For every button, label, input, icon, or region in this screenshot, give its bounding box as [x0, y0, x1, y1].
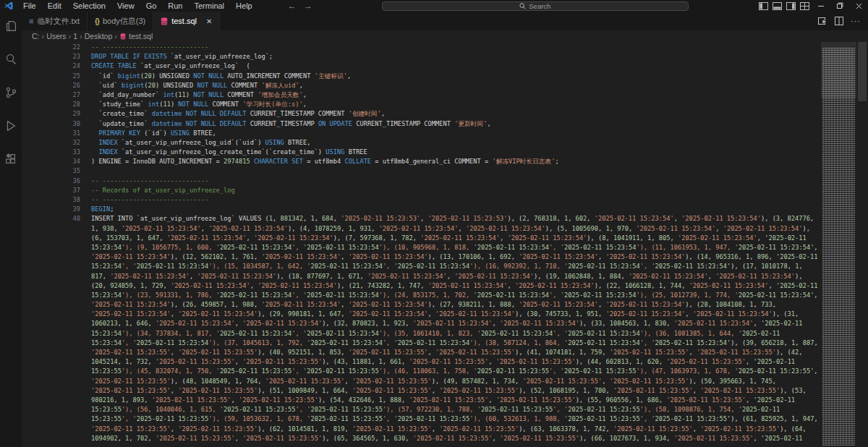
line-text: -- Records of at_user_vip_unfreeze_log: [91, 186, 821, 195]
line-number: [22, 434, 91, 443]
editor-pane[interactable]: 22-- ----------------------------23DROP …: [22, 42, 868, 447]
minimize-button[interactable]: [813, 1, 829, 12]
menu-edit[interactable]: Edit: [43, 0, 67, 12]
breadcrumb-separator: ›: [114, 32, 117, 41]
code-line: 15:23:55', '2025-02-11 15:23:55'), (59, …: [22, 414, 821, 424]
line-number: [22, 272, 91, 281]
breadcrumb-item-Desktop[interactable]: Desktop: [85, 32, 113, 41]
database-icon: [161, 17, 168, 25]
menu-terminal[interactable]: Terminal: [190, 0, 230, 12]
code-line: '2025-02-11 15:23:55', '2025-02-11 15:23…: [22, 348, 821, 357]
scrollbar-thumb[interactable]: [858, 42, 867, 101]
line-number: 25: [22, 72, 91, 81]
code-line: 35: [22, 166, 821, 176]
vscode-logo-icon: [4, 1, 14, 10]
code-line: 15:23:55'), (56, 1040046, 1, 615, '2025-…: [22, 405, 821, 414]
run-debug-icon[interactable]: [4, 119, 18, 133]
line-number: 31: [22, 129, 91, 138]
vertical-scrollbar[interactable]: [856, 42, 868, 447]
tab-body信息(3)[interactable]: {}body信息(3): [88, 12, 153, 30]
tab-bar: ≡临时文件.txt{}body信息(3)test.sql✕ ···: [22, 12, 868, 30]
code-line: 15:23:54'), (34, 737834, 1, 817, '2025-0…: [22, 329, 821, 339]
line-number: 40: [22, 214, 91, 224]
nav-back-icon[interactable]: ←: [288, 1, 297, 11]
menu-file[interactable]: File: [18, 0, 41, 12]
breadcrumb-item-1[interactable]: 1: [73, 32, 77, 41]
code-line: 1060213, 1, 646, '2025-02-11 15:23:54', …: [22, 319, 821, 328]
code-line: 1094902, 1, 702, '2025-02-11 15:23:55', …: [22, 434, 821, 443]
line-number: 34: [22, 157, 91, 166]
line-number: 32: [22, 138, 91, 148]
nav-forward-icon[interactable]: →: [304, 1, 312, 11]
line-text: '2025-02-11 15:23:54', '2025-02-11 15:23…: [91, 310, 821, 319]
line-text: 1, 938, '2025-02-11 15:23:54', '2025-02-…: [91, 224, 821, 234]
code-line: '2025-02-11 15:23:54', '2025-02-11 15:23…: [22, 310, 821, 319]
tab-临时文件.txt[interactable]: ≡临时文件.txt: [22, 12, 88, 30]
toggle-secondary-sidebar-icon[interactable]: [786, 1, 796, 11]
line-text: INSERT INTO `at_user_vip_unfreeze_log` V…: [91, 214, 821, 224]
line-text: '2025-02-11 15:23:55', '2025-02-11 15:23…: [91, 425, 821, 434]
code-line: 40INSERT INTO `at_user_vip_unfreeze_log`…: [22, 214, 821, 224]
line-text: 15:23:54'), (34, 737834, 1, 817, '2025-0…: [91, 329, 821, 339]
line-number: [22, 262, 91, 271]
minimap[interactable]: [821, 42, 856, 447]
minimap-slider[interactable]: [821, 42, 856, 98]
tab-label: test.sql: [171, 17, 197, 25]
breadcrumb-item-test.sql[interactable]: test.sql: [129, 32, 153, 41]
run-query-icon[interactable]: [818, 17, 827, 25]
code-line: 29 `create_time` datetime NOT NULL DEFAU…: [22, 109, 821, 119]
code-line: 1045214, 1, 732, '2025-02-11 15:23:55', …: [22, 357, 821, 367]
code-line: 24CREATE TABLE `at_user_vip_unfreeze_log…: [22, 61, 821, 71]
menu-run[interactable]: Run: [163, 0, 187, 12]
command-center-search[interactable]: Search: [382, 1, 689, 11]
menu-view[interactable]: View: [112, 0, 140, 12]
code-line: 22-- ----------------------------: [22, 43, 821, 52]
menu-go[interactable]: Go: [141, 0, 162, 12]
source-control-icon[interactable]: [4, 85, 18, 100]
line-number: 27: [22, 90, 91, 100]
customize-layout-icon[interactable]: [799, 1, 810, 11]
search-placeholder: Search: [529, 2, 550, 10]
more-actions-icon[interactable]: ···: [851, 17, 861, 25]
breadcrumb-item-C:[interactable]: C:: [32, 32, 40, 41]
code-line: '2025-02-11 15:23:55'), (48, 1048549, 1,…: [22, 377, 821, 386]
line-text: CREATE TABLE `at_user_vip_unfreeze_log` …: [91, 61, 821, 71]
close-tab-icon[interactable]: ✕: [206, 17, 212, 25]
close-window-button[interactable]: [851, 1, 867, 12]
menu-selection[interactable]: Selection: [68, 0, 111, 12]
menu-help[interactable]: Help: [231, 0, 258, 12]
line-number: [22, 319, 91, 328]
breadcrumb-item-Users[interactable]: Users: [46, 32, 66, 41]
line-text: `study_time` int(11) NOT NULL COMMENT '学…: [91, 100, 821, 109]
code-area[interactable]: 22-- ----------------------------23DROP …: [22, 43, 821, 447]
line-number: [22, 243, 91, 252]
code-line: (20, 924859, 1, 729, '2025-02-11 15:23:5…: [22, 281, 821, 291]
code-line: 15:23:55'), (45, 832074, 1, 750, '2025-0…: [22, 367, 821, 376]
tab-test.sql[interactable]: test.sql✕: [153, 12, 220, 30]
maximize-button[interactable]: [832, 1, 848, 12]
line-number: [22, 396, 91, 405]
line-number: [22, 291, 91, 300]
title-bar: FileEditSelectionViewGoRunTerminalHelp ←…: [0, 0, 868, 12]
line-number: 24: [22, 61, 91, 71]
toggle-primary-sidebar-icon[interactable]: [758, 1, 769, 11]
extensions-icon[interactable]: [4, 152, 18, 166]
line-text: 15:23:55'), (45, 832074, 1, 750, '2025-0…: [91, 367, 821, 376]
line-number: [22, 405, 91, 414]
line-text: 817, '2025-02-11 15:23:54', '2025-02-11 …: [91, 272, 821, 281]
line-number: [22, 367, 91, 376]
code-line: 39BEGIN;: [22, 205, 821, 214]
line-text: 15:23:54'), (9, 1056775, 1, 600, '2025-0…: [91, 243, 821, 252]
line-number: [22, 348, 91, 357]
breadcrumb-separator: ›: [42, 32, 45, 41]
code-line: 32 INDEX `at_user_vip_unfreeze_log_uid`(…: [22, 138, 821, 148]
vscode-window: FileEditSelectionViewGoRunTerminalHelp ←…: [0, 0, 868, 447]
split-editor-icon[interactable]: [835, 17, 843, 25]
line-number: [22, 425, 91, 434]
line-text: 1060213, 1, 646, '2025-02-11 15:23:54', …: [91, 319, 821, 328]
explorer-icon[interactable]: [4, 19, 18, 33]
search-sidebar-icon[interactable]: [4, 52, 18, 67]
line-number: 23: [22, 52, 91, 61]
toggle-panel-icon[interactable]: [772, 1, 783, 11]
line-text: `uid` bigint(20) UNSIGNED NOT NULL COMME…: [91, 81, 821, 90]
